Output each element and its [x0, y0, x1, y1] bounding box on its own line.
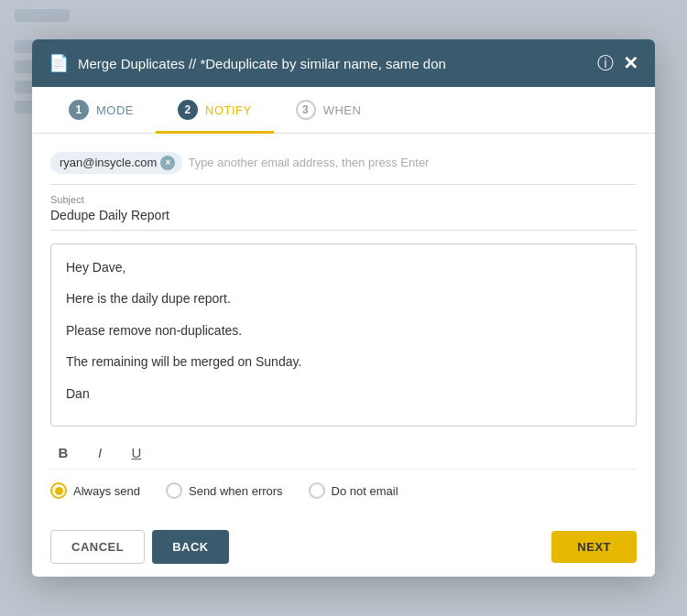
body-line-3: Please remove non-duplicates.: [66, 320, 621, 340]
remove-email-button[interactable]: ×: [160, 156, 175, 170]
radio-no-email[interactable]: Do not email: [309, 482, 398, 499]
radio-circle-no-email: [309, 482, 325, 499]
document-icon: 📄: [49, 53, 69, 73]
body-line-1: Hey Dave,: [66, 257, 621, 277]
modal-header: 📄 Merge Duplicates // *Deduplicate by si…: [32, 39, 655, 87]
step-when[interactable]: 3 WHEN: [274, 87, 384, 133]
close-icon[interactable]: ✕: [623, 52, 638, 74]
radio-circle-errors: [166, 482, 182, 499]
steps-bar: 1 MODE 2 NOTIFY 3 WHEN: [32, 87, 655, 134]
step-label-notify: NOTIFY: [205, 103, 252, 117]
step-circle-2: 2: [178, 100, 198, 120]
cancel-button[interactable]: CANCEL: [50, 530, 145, 564]
radio-row: Always send Send when errors Do not emai…: [50, 482, 637, 499]
email-tag: ryan@insycle.com ×: [50, 152, 182, 174]
radio-label-no-email: Do not email: [332, 484, 398, 498]
left-buttons: CANCEL BACK: [50, 530, 229, 564]
radio-circle-always: [50, 482, 67, 499]
body-line-5: Dan: [66, 384, 621, 404]
email-tag-value: ryan@insycle.com: [60, 156, 157, 169]
radio-label-always: Always send: [73, 484, 140, 498]
modal-dialog: 📄 Merge Duplicates // *Deduplicate by si…: [32, 39, 655, 577]
step-circle-1: 1: [69, 100, 89, 120]
step-notify[interactable]: 2 NOTIFY: [156, 87, 274, 133]
next-button[interactable]: NEXT: [551, 531, 637, 563]
step-label-when: WHEN: [323, 103, 362, 117]
step-circle-3: 3: [296, 100, 316, 120]
modal-body: ryan@insycle.com × Type another email ad…: [32, 134, 655, 517]
subject-label: Subject: [50, 194, 637, 205]
modal-footer: CANCEL BACK NEXT: [32, 517, 655, 577]
underline-button[interactable]: U: [124, 439, 149, 465]
radio-always-send[interactable]: Always send: [50, 482, 140, 499]
back-button[interactable]: BACK: [152, 530, 229, 564]
bold-button[interactable]: B: [50, 439, 76, 465]
email-body[interactable]: Hey Dave, Here is the daily dupe report.…: [50, 243, 637, 427]
email-row: ryan@insycle.com × Type another email ad…: [50, 150, 637, 185]
radio-label-errors: Send when errors: [189, 484, 283, 498]
modal-title: Merge Duplicates // *Deduplicate by simi…: [78, 56, 588, 71]
body-line-4: The remaining will be merged on Sunday.: [66, 351, 621, 372]
email-input-placeholder[interactable]: Type another email address, then press E…: [188, 156, 637, 169]
subject-block: Subject Dedupe Daily Report: [50, 194, 637, 231]
radio-send-errors[interactable]: Send when errors: [166, 482, 283, 499]
format-toolbar: B I U: [50, 436, 637, 470]
italic-button[interactable]: I: [87, 439, 113, 465]
body-line-2: Here is the daily dupe report.: [66, 288, 621, 308]
step-label-mode: MODE: [96, 103, 134, 117]
subject-value[interactable]: Dedupe Daily Report: [50, 208, 637, 231]
step-mode[interactable]: 1 MODE: [47, 87, 156, 133]
info-icon[interactable]: ⓘ: [597, 52, 614, 74]
modal-overlay: 📄 Merge Duplicates // *Deduplicate by si…: [0, 0, 687, 616]
